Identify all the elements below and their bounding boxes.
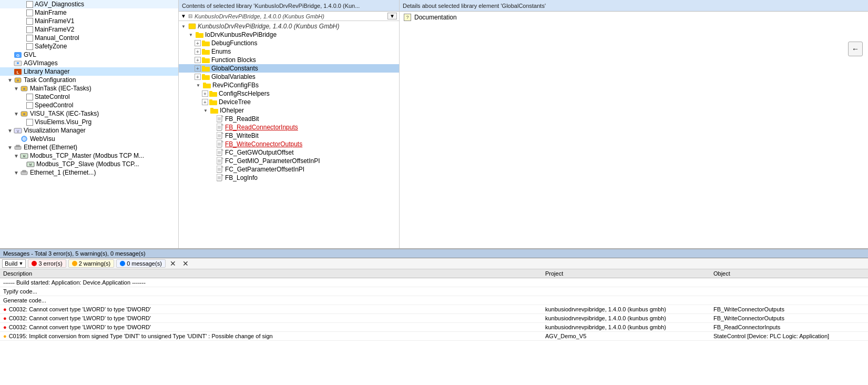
msg-object: FB_WriteConnectorOutputs [710,314,868,323]
toggle-icon[interactable]: ▼ [13,86,20,92]
toggle-icon[interactable]: ▼ [202,108,209,113]
center-tree-item-revpiconfigfbs[interactable]: ▼RevPiConfigFBs [179,81,399,89]
tree-item-modbus-master[interactable]: ▼MModbus_TCP_Master (Modbus TCP M... [0,151,178,160]
filter-dropdown-arrow[interactable]: ▼ [18,261,23,266]
toggle-icon[interactable]: ▼ [195,83,202,88]
item-icon-visman: V [14,127,22,134]
message-row[interactable]: ●C0032: Cannot convert type 'LWORD' to t… [0,323,868,332]
message-row[interactable]: ●C0195: Implicit conversion from signed … [0,332,868,341]
project-tree[interactable]: AGV_DiagnosticsMainFrameMainFrameV1MainF… [0,0,179,248]
message-row[interactable]: ●C0032: Cannot convert type 'LWORD' to t… [0,314,868,323]
tree-item-mainframev1[interactable]: MainFrameV1 [0,17,178,25]
center-tree-item-globalvariables[interactable]: +GlobalVariables [179,73,399,81]
center-tree-item-enums[interactable]: +Enums [179,47,399,56]
tree-item-webvisu[interactable]: WebVisu [0,135,178,143]
tree-item-mainframev2[interactable]: MainFrameV2 [0,25,178,34]
msg-description: ------ Build started: Application: Devic… [0,278,542,287]
toggle-icon[interactable]: + [195,74,201,80]
center-tree-item-fb-writeconnectoroutputs[interactable]: FB_WriteConnectorOutputs [179,140,399,148]
center-tree-item-function-blocks[interactable]: +Function Blocks [179,56,399,64]
error-count: 3 error(s) [38,260,62,267]
messages-bar-title: Messages - Total 3 error(s), 5 warning(s… [3,250,146,257]
svg-rect-31 [202,49,205,51]
toggle-icon[interactable]: ▼ [6,145,14,150]
center-tree-item-fc-getparameteroffsetinpi[interactable]: FC_GetParameterOffsetInPI [179,165,399,174]
library-dropdown[interactable]: KunbusIoDrvRevPiBridge, 1.4.0.0 (Kunbus … [195,13,387,19]
tree-item-label: VISU_TASK (IEC-Tasks) [30,110,99,117]
toggle-icon[interactable]: ▼ [13,170,20,176]
center-tree-label: FC_GetGWOutputOffset [225,149,294,156]
center-tree-item-configrschelpers[interactable]: +ConfigRscHelpers [179,89,399,98]
toggle-icon[interactable]: ▼ [180,24,187,29]
message-row[interactable]: Typify code... [0,287,868,296]
toggle-icon[interactable]: + [202,99,208,105]
toggle-icon[interactable]: ▼ [187,33,195,37]
message-row[interactable]: ●C0032: Cannot convert type 'LWORD' to t… [0,305,868,314]
msg-object: StateControl [Device: PLC Logic: Applica… [710,332,868,341]
message-row[interactable]: Generate code... [0,296,868,305]
center-tree-item-globalconstants[interactable]: +GlobalConstants [179,64,399,73]
svg-text:M: M [23,155,26,158]
tree-item-ethernet1[interactable]: ▼Ethernet_1 (Ethernet...) [0,168,178,177]
message-row[interactable]: ------ Build started: Application: Devic… [0,278,868,287]
tree-item-speedcontrol[interactable]: SpeedControl [0,101,178,109]
toggle-icon[interactable]: ▼ [6,128,14,134]
tree-item-safetyzone[interactable]: SafetyZone [0,42,178,50]
error-badge[interactable]: 3 error(s) [28,259,66,268]
center-tree-item-fb-readbit[interactable]: FB_ReadBit [179,115,399,123]
toggle-icon[interactable]: + [202,90,208,97]
center-tree-item-debugfunctions[interactable]: +DebugFunctions [179,39,399,47]
toggle-icon[interactable]: + [195,48,201,55]
toggle-icon[interactable]: + [195,40,201,46]
tree-item-statecontrol[interactable]: StateControl [0,93,178,101]
info-count: 0 message(s) [127,260,162,267]
tree-item-label: Ethernet (Ethernet) [24,144,77,151]
tree-item-visualization-manager[interactable]: ▼VVisualization Manager [0,126,178,135]
tree-item-manual-control[interactable]: Manual_Control [0,34,178,42]
tree-item-gvl[interactable]: GGVL [0,50,178,59]
center-tree-item-fc-getgwoutputoffset[interactable]: FC_GetGWOutputOffset [179,148,399,157]
info-badge[interactable]: 0 message(s) [116,259,166,268]
toggle-icon[interactable]: ▼ [6,77,14,83]
center-tree-item-fb-readconnectorinputs[interactable]: FB_ReadConnectorInputs [179,123,399,131]
messages-area: Messages - Total 3 error(s), 5 warning(s… [0,248,868,385]
center-tree-item-fb-loginfo[interactable]: FB_LogInfo [179,174,399,182]
tree-item-label: AGVImages [24,59,58,67]
item-icon-prog [26,1,33,8]
center-tree-item-fc-getmio-parameteroffsetinpi[interactable]: FC_GetMIO_ParameterOffsetInPI [179,157,399,165]
msg-object [710,287,868,296]
tree-item-ethernet[interactable]: ▼Ethernet (Ethernet) [0,143,178,151]
tree-item-agv-diagnostics[interactable]: AGV_Diagnostics [0,0,178,8]
dropdown-arrow-icon[interactable]: ▼ [387,13,397,19]
item-icon-agvimages [14,60,22,67]
back-button[interactable]: ← [848,42,863,56]
error-row-icon: ● [3,324,7,330]
center-tree-label: IOhelper [220,107,244,114]
tree-item-modbus-slave[interactable]: MModbus_TCP_Slave (Modbus TCP... [0,160,178,168]
tree-item-task-configuration[interactable]: ▼Task Configuration [0,76,178,84]
center-tree-item-root[interactable]: ▼KunbusIoDrvRevPiBridge, 1.4.0.0 (Kunbus… [179,22,399,31]
tree-item-label: MainTask (IEC-Tasks) [30,85,91,92]
tree-item-library-manager[interactable]: LLibrary Manager [0,67,178,76]
center-tree-item-devicetree[interactable]: +DeviceTree [179,98,399,106]
svg-point-9 [23,88,25,90]
tree-item-maintask[interactable]: ▼MainTask (IEC-Tasks) [0,84,178,93]
doc-row: ? Documentation [400,12,868,23]
tree-item-visu-task[interactable]: ▼VISU_TASK (IEC-Tasks) [0,109,178,118]
center-tree-item-fb-writebit[interactable]: FB_WriteBit [179,131,399,140]
center-tree-item-iodrvkunbus[interactable]: ▼IoDrvKunbusRevPiBridge [179,31,399,39]
clear-button[interactable]: ✕ [168,259,178,268]
tree-item-visuelems-visu-prg[interactable]: VisuElems.Visu_Prg [0,118,178,126]
tree-item-mainframe[interactable]: MainFrame [0,8,178,17]
toggle-icon[interactable]: + [195,65,201,72]
center-tree-item-iohelper[interactable]: ▼IOhelper [179,106,399,115]
close-button[interactable]: ✕ [180,259,191,268]
warning-badge[interactable]: 2 warning(s) [68,259,115,268]
tree-item-agvimages[interactable]: AGVImages [0,59,178,67]
toggle-icon[interactable]: + [195,57,201,63]
center-tree-label: GlobalVariables [211,73,256,80]
toggle-icon[interactable]: ▼ [13,111,20,117]
toggle-icon[interactable]: ▼ [13,153,20,159]
filter-dropdown[interactable]: Build ▼ [2,259,26,268]
library-tree[interactable]: ▼KunbusIoDrvRevPiBridge, 1.4.0.0 (Kunbus… [179,21,399,248]
